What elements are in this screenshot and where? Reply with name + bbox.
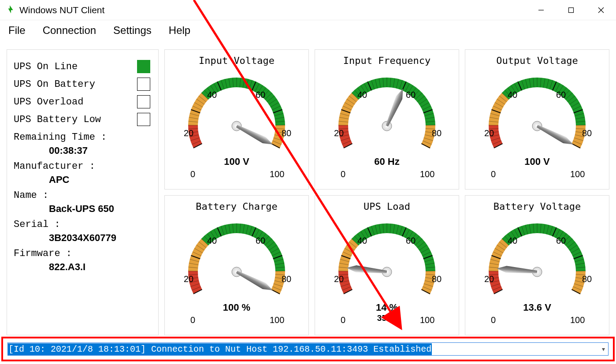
gauge-tick-40: 40 <box>357 90 367 100</box>
gauge-tick-40: 40 <box>357 236 367 246</box>
svg-rect-1 <box>569 7 574 12</box>
gauge-title: Output Voltage <box>496 55 578 66</box>
gauge-tick-20: 20 <box>334 274 344 284</box>
gauge-tick-100: 100 <box>270 169 284 179</box>
gauge-tick-80: 80 <box>282 274 291 284</box>
gauge-title: UPS Load <box>364 201 410 212</box>
serial-label: Serial : <box>14 219 152 230</box>
minimize-button[interactable] <box>526 0 556 20</box>
status-overload-label: UPS Overload <box>14 97 137 108</box>
gauge-tick-60: 60 <box>256 236 265 246</box>
gauge-tick-100: 100 <box>270 315 284 325</box>
gauge-title: Battery Voltage <box>494 201 581 212</box>
status-battlow: UPS Battery Low <box>14 111 152 128</box>
firmware-label: Firmware : <box>14 248 152 259</box>
serial-value: 3B2034X60779 <box>49 232 152 244</box>
gauge-tick-0: 0 <box>341 169 345 179</box>
gauge-tick-60: 60 <box>556 236 566 246</box>
status-online: UPS On Line <box>14 58 152 75</box>
gauge-tick-0: 0 <box>491 315 496 325</box>
gauge-battery-charge: Battery Charge 020406080100 100 % <box>164 195 309 335</box>
gauge-title: Input Frequency <box>343 55 431 66</box>
gauge-tick-20: 20 <box>184 274 193 284</box>
gauge-tick-80: 80 <box>432 128 442 138</box>
name-label: Name : <box>14 190 152 201</box>
gauge-reading: 60 Hz <box>374 156 399 167</box>
gauge-input-voltage: Input Voltage 020406080100 100 V <box>164 49 309 189</box>
status-battlow-label: UPS Battery Low <box>14 114 137 125</box>
status-onbattery-label: UPS On Battery <box>14 79 137 90</box>
led-overload <box>137 95 150 108</box>
titlebar: Windows NUT Client <box>0 0 616 20</box>
gauge-tick-80: 80 <box>582 128 592 138</box>
manufacturer-label: Manufacturer : <box>14 161 152 172</box>
gauge-reading: 100 V <box>224 156 249 167</box>
remaining-value: 00:38:37 <box>49 145 152 156</box>
gauge-tick-100: 100 <box>420 315 434 325</box>
gauge-tick-80: 80 <box>282 128 291 138</box>
status-log-dropdown[interactable]: [Id 10: 2021/1/8 18:13:01] Connection to… <box>7 342 609 356</box>
app-icon <box>7 5 15 15</box>
menu-file[interactable]: File <box>8 24 26 37</box>
gauge-input-frequency: Input Frequency 020406080100 60 Hz <box>315 49 459 189</box>
close-button[interactable] <box>586 0 616 20</box>
gauge-reading: 100 V <box>524 156 550 167</box>
gauge-tick-60: 60 <box>406 236 416 246</box>
gauge-tick-100: 100 <box>570 315 585 325</box>
status-online-label: UPS On Line <box>14 61 137 72</box>
gauge-reading: 13.6 V <box>523 302 551 313</box>
status-log-text: [Id 10: 2021/1/8 18:13:01] Connection to… <box>8 343 432 355</box>
menu-connection[interactable]: Connection <box>43 24 96 37</box>
manufacturer-value: APC <box>49 174 152 186</box>
status-panel: UPS On Line UPS On Battery UPS Overload … <box>7 49 159 335</box>
gauge-tick-20: 20 <box>184 128 193 138</box>
maximize-button[interactable] <box>556 0 586 20</box>
gauge-tick-100: 100 <box>570 169 585 179</box>
gauge-battery-voltage: Battery Voltage 020406080100 13.6 V <box>465 195 609 335</box>
gauge-tick-100: 100 <box>420 169 434 179</box>
gauge-title: Battery Charge <box>196 201 277 212</box>
status-overload: UPS Overload <box>14 93 152 111</box>
firmware-value: 822.A3.I <box>49 261 152 273</box>
gauge-tick-20: 20 <box>484 274 494 284</box>
gauge-tick-60: 60 <box>256 90 265 100</box>
gauge-tick-80: 80 <box>432 274 442 284</box>
gauge-tick-0: 0 <box>341 315 345 325</box>
name-value: Back-UPS 650 <box>49 203 152 215</box>
gauge-tick-40: 40 <box>207 90 217 100</box>
gauge-tick-40: 40 <box>508 90 517 100</box>
gauges-grid: Input Voltage 020406080100 100 V Input F… <box>164 49 609 335</box>
gauge-ups-load: UPS Load 020406080100 14 % 35 W <box>315 195 459 335</box>
status-onbattery: UPS On Battery <box>14 75 152 93</box>
led-battlow <box>137 113 150 126</box>
gauge-tick-20: 20 <box>334 128 344 138</box>
gauge-reading-secondary: 35 W <box>377 313 397 323</box>
gauge-tick-40: 40 <box>207 236 217 246</box>
gauge-tick-60: 60 <box>556 90 566 100</box>
gauge-tick-60: 60 <box>406 90 416 100</box>
menubar: File Connection Settings Help <box>0 20 616 40</box>
gauge-tick-0: 0 <box>190 315 195 325</box>
gauge-output-voltage: Output Voltage 020406080100 100 V <box>465 49 609 189</box>
gauge-tick-20: 20 <box>484 128 494 138</box>
gauge-tick-0: 0 <box>190 169 195 179</box>
gauge-tick-0: 0 <box>491 169 496 179</box>
led-onbattery <box>137 78 150 91</box>
gauge-reading: 14 % <box>376 302 398 313</box>
gauge-tick-40: 40 <box>508 236 517 246</box>
window-title: Windows NUT Client <box>19 5 104 15</box>
remaining-label: Remaining Time : <box>14 132 152 143</box>
gauge-reading: 100 % <box>223 302 250 313</box>
chevron-down-icon[interactable]: ▾ <box>598 345 608 353</box>
led-online <box>137 60 150 73</box>
menu-settings[interactable]: Settings <box>113 24 152 37</box>
gauge-title: Input Voltage <box>199 55 275 66</box>
menu-help[interactable]: Help <box>169 24 190 37</box>
statusbar-highlight: [Id 10: 2021/1/8 18:13:01] Connection to… <box>1 337 615 361</box>
gauge-tick-80: 80 <box>582 274 592 284</box>
